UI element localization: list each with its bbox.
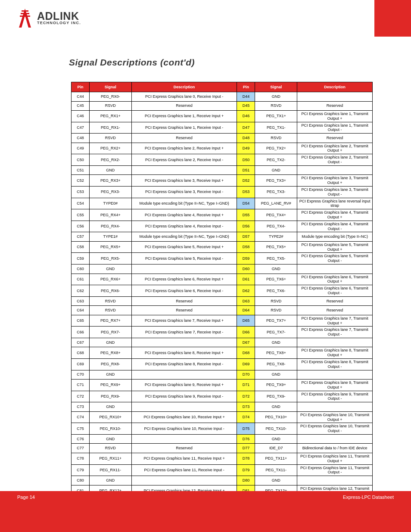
cell-pin-left: C67	[72, 338, 90, 347]
cell-signal-right: RSVD	[255, 306, 297, 315]
table-row: C68PEG_RX8+PCI Express Graphics lane 8, …	[72, 347, 373, 359]
cell-pin-left: C79	[72, 464, 90, 476]
table-row: C48RSVDReservedD48RSVDReserved	[72, 134, 373, 143]
cell-pin-left: C61	[72, 274, 90, 285]
cell-pin-right: D54	[237, 198, 255, 209]
table-row: C67GNDD67GND	[72, 338, 373, 347]
cell-desc-right	[297, 92, 373, 102]
brand-name: ADLINK	[37, 11, 81, 21]
cell-desc-right	[297, 370, 373, 380]
cell-desc-left: PCI Express Graphics lane 2, Receive Inp…	[131, 154, 237, 166]
cell-pin-left: C60	[72, 264, 90, 274]
cell-desc-left	[131, 402, 237, 412]
cell-desc-right: Module type encoding bit (Type II=NC)	[297, 232, 373, 242]
cell-pin-right: D48	[237, 134, 255, 143]
table-row: C49PEG_RX2+PCI Express Graphics lane 2, …	[72, 143, 373, 154]
cell-signal-left: TYPE0#	[89, 198, 131, 209]
cell-pin-left: C73	[72, 402, 90, 412]
col-desc-left: Description	[131, 82, 237, 92]
cell-desc-left: PCI Express Graphics lane 5, Receive Inp…	[131, 241, 237, 253]
footer-doc: Express-LPC Datasheet	[343, 495, 394, 500]
cell-pin-left: C51	[72, 165, 90, 175]
cell-pin-left: C74	[72, 411, 90, 423]
cell-signal-left: RSVD	[89, 296, 131, 306]
table-row: C61PEG_RX6+PCI Express Graphics lane 6, …	[72, 274, 373, 285]
cell-pin-right: D70	[237, 370, 255, 380]
cell-desc-left: PCI Express Graphics lane 5, Receive Inp…	[131, 253, 237, 264]
cell-signal-right: TYPE2#	[255, 232, 297, 242]
cell-signal-right: PEG_LANE_RV#	[255, 198, 297, 209]
footer-page: Page 14	[17, 495, 35, 500]
cell-desc-right: PCI Express Graphics lane 8, Transmit Ou…	[297, 347, 373, 359]
signal-table: Pin Signal Description Pin Signal Descri…	[71, 82, 373, 532]
cell-desc-left: PCI Express Graphics lane 3, Receive Inp…	[131, 186, 237, 198]
cell-desc-right: Reserved	[297, 296, 373, 306]
cell-pin-right: D56	[237, 221, 255, 232]
cell-signal-left: PEG_RX11-	[89, 464, 131, 476]
table-row: C72PEG_RX9-PCI Express Graphics lane 9, …	[72, 391, 373, 402]
cell-pin-right: D71	[237, 380, 255, 391]
cell-desc-left: PCI Express Graphics lane 9, Receive Inp…	[131, 391, 237, 402]
cell-signal-left: RSVD	[89, 101, 131, 111]
cell-desc-left: PCI Express Graphics lane 1, Receive Inp…	[131, 111, 237, 122]
table-row: C56PEG_RX4-PCI Express Graphics lane 4, …	[72, 221, 373, 232]
cell-signal-right: PEG_TX6+	[255, 274, 297, 285]
cell-pin-left: C52	[72, 175, 90, 187]
cell-signal-left: PEG_RX11+	[89, 453, 131, 464]
svg-rect-1	[21, 13, 29, 14]
cell-desc-right: PCI Express Graphics lane 10, Transmit O…	[297, 411, 373, 423]
cell-pin-left: C71	[72, 380, 90, 391]
cell-pin-left: C63	[72, 296, 90, 306]
cell-signal-left: GND	[89, 338, 131, 347]
cell-desc-left: PCI Express Graphics lane 1, Receive Inp…	[131, 122, 237, 134]
cell-signal-right: PEG_TX11-	[255, 464, 297, 476]
table-row: C77RSVDReservedD77IDE_D7Bidirectional da…	[72, 444, 373, 453]
table-row: C64RSVDReservedD64RSVDReserved	[72, 306, 373, 315]
cell-pin-right: D55	[237, 209, 255, 221]
table-row: C71PEG_RX9+PCI Express Graphics lane 9, …	[72, 380, 373, 391]
cell-pin-left: C58	[72, 241, 90, 253]
cell-signal-right: PEG_TX8-	[255, 359, 297, 370]
cell-desc-right: PCI Express Graphics lane 2, Transmit Ou…	[297, 143, 373, 154]
cell-desc-left: PCI Express Graphics lane 4, Receive Inp…	[131, 209, 237, 221]
cell-signal-left: RSVD	[89, 306, 131, 315]
table-row: C66PEG_RX7-PCI Express Graphics lane 7, …	[72, 327, 373, 338]
cell-desc-left: PCI Express Graphics lane 8, Receive Inp…	[131, 347, 237, 359]
cell-signal-left: PEG_RX8-	[89, 359, 131, 370]
cell-pin-right: D57	[237, 232, 255, 242]
cell-desc-left: PCI Express Graphics lane 10, Receive In…	[131, 411, 237, 423]
cell-signal-left: RSVD	[89, 134, 131, 143]
cell-pin-left: C53	[72, 186, 90, 198]
table-row: C62PEG_RX6-PCI Express Graphics lane 6, …	[72, 285, 373, 297]
cell-signal-left: PEG_RX3-	[89, 186, 131, 198]
cell-signal-right: IDE_D7	[255, 444, 297, 453]
cell-signal-left: PEG_RX4-	[89, 221, 131, 232]
cell-desc-left: Module type encoding bit (Type II=NC, Ty…	[131, 232, 237, 242]
cell-pin-left: C48	[72, 134, 90, 143]
cell-desc-right: PCI Express Graphics lane 9, Transmit Ou…	[297, 391, 373, 402]
cell-signal-right: PEG_TX7+	[255, 315, 297, 327]
table-row: C50PEG_RX2-PCI Express Graphics lane 2, …	[72, 154, 373, 166]
cell-pin-right: D77	[237, 444, 255, 453]
cell-pin-right: D66	[237, 327, 255, 338]
cell-pin-left: C68	[72, 347, 90, 359]
cell-pin-right: D73	[237, 402, 255, 412]
cell-signal-left: PEG_RX9+	[89, 380, 131, 391]
cell-desc-left: PCI Express Graphics lane 6, Receive Inp…	[131, 274, 237, 285]
table-row: C54TYPE0#Module type encoding bit (Type …	[72, 198, 373, 209]
cell-desc-right: Reserved	[297, 134, 373, 143]
cell-desc-right: PCI Express Graphics lane 9, Transmit Ou…	[297, 380, 373, 391]
cell-pin-right: D49	[237, 143, 255, 154]
cell-signal-left: PEG_RX5-	[89, 253, 131, 264]
col-pin-right: Pin	[237, 82, 255, 92]
cell-signal-left: GND	[89, 402, 131, 412]
cell-pin-left: C66	[72, 327, 90, 338]
cell-desc-left	[131, 370, 237, 380]
section-title: Signal Descriptions (cont'd)	[69, 57, 195, 68]
cell-signal-right: PEG_TX4-	[255, 221, 297, 232]
table-row: C52PEG_RX3+PCI Express Graphics lane 3, …	[72, 175, 373, 187]
cell-desc-left: Reserved	[131, 444, 237, 453]
cell-desc-right: PCI Express Graphics lane 4, Transmit Ou…	[297, 209, 373, 221]
cell-desc-left: Reserved	[131, 134, 237, 143]
cell-desc-right	[297, 338, 373, 347]
